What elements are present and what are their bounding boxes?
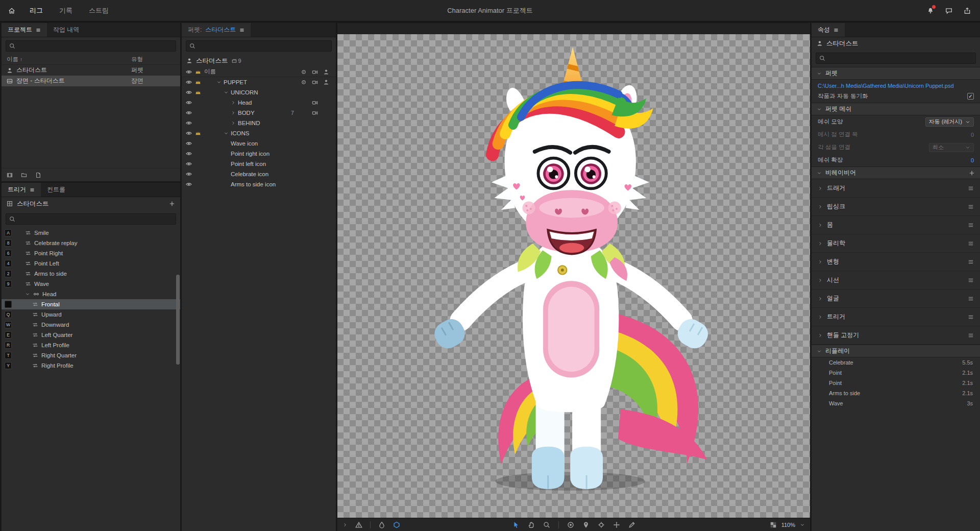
puppet-tree-row[interactable]: PUPPET [182,77,336,87]
puppet-tree-row[interactable]: Point right icon [182,149,336,159]
chevron-right-icon[interactable] [818,186,823,191]
blend-tool-icon[interactable] [378,521,385,528]
puppet-tree-row[interactable]: Point left icon [182,159,336,169]
chevron-down-icon[interactable] [817,107,822,112]
stage-canvas[interactable] [337,34,810,518]
add-trigger-icon[interactable] [169,201,175,207]
chevron-right-icon[interactable] [231,100,236,105]
replay-row[interactable]: Wave 3s [812,398,980,408]
trigger-row[interactable]: Head [2,289,180,299]
puppet-tree-row[interactable]: Head [182,98,336,108]
trigger-row[interactable]: 2 Arms to side [2,269,180,279]
puppet-tree-row[interactable]: ICONS [182,128,336,138]
trigger-row[interactable]: 6 Point Right [2,248,180,258]
panel-menu-icon[interactable] [834,28,839,33]
properties-panel-tab[interactable]: 속성 [812,23,845,37]
crown-icon[interactable] [195,79,201,85]
visibility-eye-icon[interactable] [186,89,192,95]
chevron-down-icon[interactable] [800,522,805,527]
crown-column-icon[interactable] [195,69,201,75]
chevron-right-icon[interactable] [818,278,823,283]
behavior-row[interactable]: 몸 [812,216,980,234]
behavior-menu-icon[interactable] [968,204,974,210]
project-search-input[interactable] [6,40,176,52]
chevron-right-icon[interactable] [231,110,236,115]
behavior-menu-icon[interactable] [968,222,974,228]
behavior-row[interactable]: 핸들 고정기 [812,326,980,345]
chevron-right-icon[interactable] [818,241,823,246]
behavior-menu-icon[interactable] [968,277,974,283]
chevron-down-icon[interactable] [817,171,822,176]
behavior-menu-icon[interactable] [968,296,974,302]
mesh-outline-icon[interactable] [393,521,400,528]
puppet-tree-row[interactable]: BEHIND [182,118,336,128]
puppet-tree-row[interactable]: Celebrate icon [182,169,336,179]
puppet-tree-row[interactable]: BODY 7 [182,108,336,118]
trigger-row[interactable]: 8 Celebrate replay [2,238,180,248]
home-button[interactable] [0,0,23,21]
property-value[interactable]: 0 [971,157,974,163]
attach-pin-tool-icon[interactable] [598,521,605,528]
triggers-search-input[interactable] [6,213,176,225]
trigger-row[interactable]: Frontal [2,299,180,309]
camera-icon[interactable] [312,100,318,106]
crown-icon[interactable] [195,130,201,136]
visibility-eye-icon[interactable] [186,110,192,116]
project-panel-tab[interactable]: 작업 내역 [47,23,85,37]
feedback-chat-icon[interactable] [945,7,952,14]
target-icon[interactable] [301,79,307,85]
visibility-eye-icon[interactable] [186,130,192,136]
zoom-tool-icon[interactable] [543,521,550,528]
triggers-panel-tab[interactable]: 트리거 [2,183,41,197]
chevron-right-icon[interactable] [818,223,823,228]
source-file-link[interactable]: C:\User...h Media\Gathered Media\Unicorn… [812,80,980,90]
chevron-down-icon[interactable] [817,349,822,354]
panel-menu-icon[interactable] [36,28,41,33]
replay-row[interactable]: Point 2.1s [812,368,980,378]
project-column-headers[interactable]: 이름↑ 유형 [2,55,180,65]
trigger-row[interactable]: 9 Wave [2,279,180,289]
chevron-right-icon[interactable] [231,120,236,126]
trigger-row[interactable]: W Downward [2,320,180,330]
project-row[interactable]: 장면 - 스타더스트 장면 [2,76,180,86]
hand-tool-icon[interactable] [528,521,535,528]
export-share-icon[interactable] [964,7,971,14]
behavior-row[interactable]: 물리학 [812,234,980,253]
workspace-tab[interactable]: 리그 [29,4,44,17]
trigger-row[interactable]: Y Right Profile [2,360,180,371]
replay-row[interactable]: Celebrate 5.5s [812,357,980,368]
visibility-eye-icon[interactable] [186,100,192,106]
project-panel-tab[interactable]: 프로젝트 [2,23,47,37]
visibility-eye-icon[interactable] [186,151,192,157]
behavior-menu-icon[interactable] [968,332,974,339]
properties-search-input[interactable] [816,53,976,64]
trigger-row[interactable]: R Left Profile [2,340,180,350]
transparency-grid-icon[interactable] [770,521,777,528]
puppet-tree-row[interactable]: UNICORN [182,87,336,98]
behavior-row[interactable]: 변형 [812,253,980,271]
behavior-row[interactable]: 립싱크 [812,198,980,216]
visibility-eye-icon[interactable] [186,79,192,85]
property-dropdown[interactable]: 자동 (레거시) [925,117,974,127]
chevron-right-icon[interactable] [818,204,823,209]
add-behavior-icon[interactable] [969,170,975,176]
chevron-right-icon[interactable] [818,259,823,264]
trigger-row[interactable]: E Left Quarter [2,330,180,340]
section-replays[interactable]: 리플레이 [812,345,980,357]
draw-tool-icon[interactable] [628,521,635,528]
chevron-down-icon[interactable] [25,292,30,297]
chevron-down-icon[interactable] [216,80,222,85]
trigger-row[interactable]: 4 Point Left [2,258,180,269]
triggers-panel-tab[interactable]: 컨트롤 [41,183,71,197]
puppet-search-input[interactable] [186,40,332,52]
chevron-down-icon[interactable] [224,131,229,136]
pin-tool-icon[interactable] [582,521,590,528]
trigger-row[interactable]: A Smile [2,228,180,238]
visibility-eye-icon[interactable] [186,181,192,187]
sync-checkbox[interactable]: ✓ [967,93,974,100]
triggers-scrollbar[interactable] [176,275,180,365]
behavior-row[interactable]: 얼굴 [812,289,980,308]
chevron-down-icon[interactable] [817,71,822,76]
workspace-tab[interactable]: 스트림 [88,4,110,17]
property-value[interactable]: 0 [971,132,974,138]
